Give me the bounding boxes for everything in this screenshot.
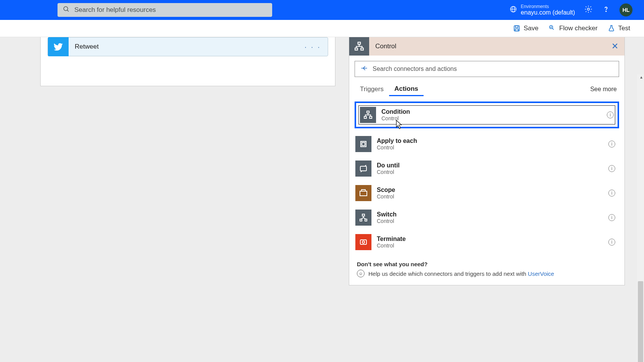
- svg-rect-23: [360, 219, 362, 221]
- action-title: Condition: [381, 108, 410, 115]
- help-footer: Don't see what you need? ☺ Help us decid…: [357, 261, 617, 277]
- svg-rect-14: [367, 111, 369, 113]
- flow-step-container: Retweet · · ·: [40, 37, 335, 86]
- scrollbar[interactable]: ▴: [637, 74, 644, 362]
- loop-icon: [355, 161, 371, 177]
- env-value: enayu.com (default): [521, 9, 575, 16]
- action-title: Switch: [377, 211, 397, 218]
- svg-rect-22: [362, 214, 365, 216]
- svg-point-6: [606, 11, 606, 11]
- action-item-condition[interactable]: ConditionControli: [355, 102, 619, 128]
- svg-rect-21: [361, 190, 365, 191]
- global-search-placeholder: Search for helpful resources: [74, 6, 156, 14]
- scroll-up-icon[interactable]: ▴: [640, 74, 642, 80]
- search-icon: [63, 6, 70, 15]
- control-icon: [349, 37, 369, 56]
- save-label: Save: [524, 25, 539, 32]
- action-title: Terminate: [377, 235, 406, 242]
- panel-header: Control ✕: [349, 37, 624, 56]
- svg-rect-25: [360, 240, 366, 244]
- retweet-title: Retweet: [75, 43, 99, 51]
- uservoice-link[interactable]: UserVoice: [528, 270, 554, 277]
- svg-rect-19: [360, 166, 366, 171]
- info-icon[interactable]: i: [608, 190, 615, 197]
- scope-icon: [355, 185, 371, 201]
- help-text: Help us decide which connectors and trig…: [368, 270, 528, 277]
- info-icon[interactable]: i: [608, 141, 615, 147]
- action-item-do-until[interactable]: Do untilControli: [355, 160, 619, 177]
- svg-rect-18: [362, 143, 365, 146]
- svg-rect-16: [370, 116, 372, 118]
- svg-rect-20: [360, 191, 367, 196]
- help-question: Don't see what you need?: [357, 261, 617, 267]
- svg-point-0: [64, 7, 68, 11]
- info-icon[interactable]: i: [608, 165, 615, 172]
- action-subtitle: Control: [377, 218, 397, 224]
- connector-search-placeholder: Search connectors and actions: [373, 66, 457, 72]
- action-list: ConditionControliApply to eachControliDo…: [355, 102, 619, 251]
- connector-search-input[interactable]: Search connectors and actions: [355, 61, 619, 77]
- action-subtitle: Control: [381, 115, 410, 122]
- environment-selector[interactable]: Environments enayu.com (default): [509, 4, 575, 16]
- info-icon[interactable]: i: [608, 239, 615, 246]
- branch-icon: [360, 107, 376, 123]
- env-label: Environments: [521, 4, 575, 9]
- command-bar: Save Flow checker Test: [0, 20, 644, 37]
- save-button[interactable]: Save: [513, 25, 539, 32]
- svg-point-26: [362, 241, 365, 243]
- action-subtitle: Control: [377, 144, 417, 151]
- terminate-icon: [355, 234, 371, 250]
- flow-checker-label: Flow checker: [559, 25, 598, 32]
- settings-icon[interactable]: [584, 5, 593, 15]
- action-subtitle: Control: [377, 169, 400, 175]
- action-picker-panel: Control ✕ Search connectors and actions …: [349, 37, 625, 285]
- svg-rect-9: [515, 29, 518, 31]
- list-icon: [355, 136, 371, 152]
- close-icon[interactable]: ✕: [611, 41, 618, 51]
- action-subtitle: Control: [377, 242, 406, 249]
- svg-rect-24: [365, 219, 367, 221]
- scrollbar-thumb[interactable]: [638, 281, 643, 362]
- tab-actions[interactable]: Actions: [389, 83, 424, 96]
- test-label: Test: [618, 25, 630, 32]
- action-subtitle: Control: [377, 193, 395, 200]
- tabs: Triggers Actions See more: [355, 82, 619, 96]
- twitter-icon: [48, 37, 69, 56]
- test-button[interactable]: Test: [608, 25, 630, 32]
- svg-rect-15: [364, 116, 366, 118]
- retweet-card[interactable]: Retweet · · ·: [48, 37, 328, 56]
- action-title: Apply to each: [377, 137, 417, 144]
- smile-icon: ☺: [357, 270, 365, 277]
- switch-icon: [355, 210, 371, 226]
- back-arrow-icon[interactable]: [360, 64, 368, 74]
- svg-rect-13: [361, 48, 363, 50]
- panel-title: Control: [375, 43, 396, 50]
- info-icon[interactable]: i: [608, 214, 615, 221]
- action-item-switch[interactable]: SwitchControli: [355, 209, 619, 226]
- flow-checker-button[interactable]: Flow checker: [549, 25, 598, 32]
- svg-rect-12: [355, 48, 358, 50]
- top-header: Search for helpful resources Environment…: [0, 0, 644, 20]
- action-item-scope[interactable]: ScopeControli: [355, 184, 619, 202]
- help-icon[interactable]: [602, 5, 610, 15]
- action-item-terminate[interactable]: TerminateControli: [355, 233, 619, 251]
- svg-point-5: [587, 8, 590, 10]
- info-icon[interactable]: i: [607, 111, 614, 118]
- card-menu-icon[interactable]: · · ·: [304, 43, 321, 51]
- action-item-apply-to-each[interactable]: Apply to eachControli: [355, 135, 619, 153]
- see-more-link[interactable]: See more: [590, 86, 617, 93]
- svg-line-1: [67, 10, 69, 11]
- user-avatar[interactable]: HL: [619, 3, 632, 16]
- designer-canvas: Retweet · · · Control ✕ Search connector…: [0, 37, 644, 362]
- action-title: Do until: [377, 162, 400, 169]
- global-search[interactable]: Search for helpful resources: [58, 3, 272, 17]
- svg-rect-11: [358, 42, 361, 44]
- globe-icon: [509, 5, 517, 15]
- svg-rect-8: [516, 26, 518, 28]
- action-title: Scope: [377, 186, 395, 193]
- tab-triggers[interactable]: Triggers: [355, 83, 389, 95]
